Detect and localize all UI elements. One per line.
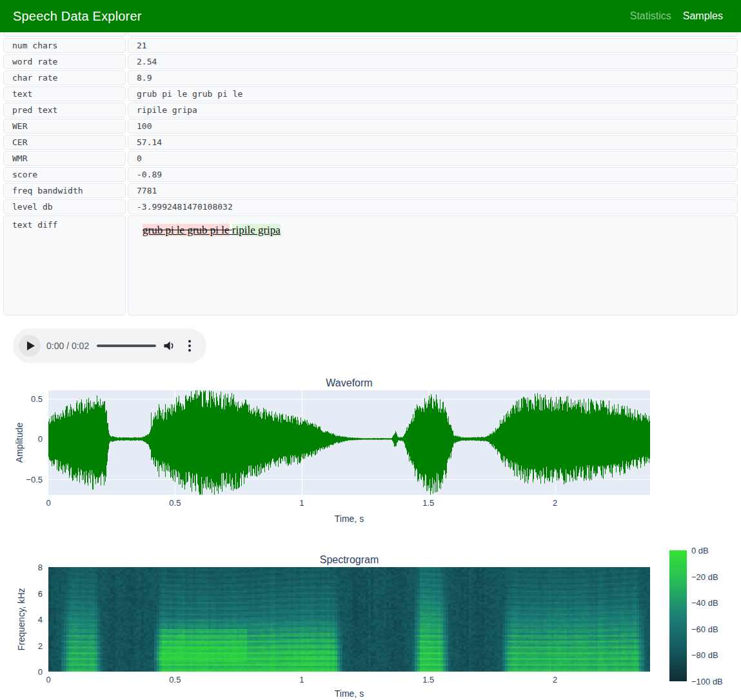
y-tick-label: 0 [0,667,43,677]
app-title: Speech Data Explorer [13,9,142,24]
spectrogram-colorbar [669,550,687,681]
waveform-title: Waveform [48,377,650,389]
y-tick-label: 6 [0,588,43,598]
metric-label-cell: text diff [3,215,126,315]
x-tick-label: 0.5 [169,498,181,508]
colorbar-tick-label: −100 dB [691,677,723,686]
play-icon [27,341,35,350]
metric-value-cell: grub pi le grub pi le ripile gripa [128,215,738,315]
x-tick-label: 2 [553,675,557,685]
table-row: level db-3.9992481470108032 [3,199,738,214]
spectrogram-title: Spectrogram [48,554,650,566]
y-tick-label: 8 [0,563,43,572]
metric-label-cell: WMR [3,151,126,166]
table-row: score-0.89 [3,167,738,182]
metric-label-cell: char rate [3,70,126,85]
colorbar-tick-label: 0 dB [691,546,709,555]
metric-value-cell [128,32,738,37]
metric-label-cell: freq bandwidth [3,183,126,198]
spectrogram-x-axis-label: Time, s [48,688,650,699]
y-tick-label: 2 [0,641,43,650]
x-tick-label: 2 [553,498,557,508]
table-row: WER100 [3,119,738,134]
colorbar-tick-label: −80 dB [691,650,718,660]
metric-label-cell: num chars [3,38,126,53]
colorbar-tick-label: −60 dB [691,624,718,634]
metric-label-cell: pred text [3,103,126,117]
y-tick-label: 0.5 [0,394,43,403]
metric-value-cell: 21 [128,38,738,53]
audio-time: 0:00 / 0:02 [46,341,89,351]
colorbar-tick-label: −40 dB [691,598,718,608]
table-row: char rate8.9 [3,70,738,85]
nav-link-samples[interactable]: Samples [683,10,723,22]
table-row: WMR0 [3,151,738,166]
metrics-table: num chars21word rate2.54char rate8.9text… [3,32,738,317]
x-tick-label: 1.5 [422,498,434,508]
metric-value-cell: 57.14 [128,135,738,150]
x-tick-label: 0 [46,675,50,685]
metric-value-cell: grub pi le grub pi le [128,86,738,101]
table-row: CER57.14 [3,135,738,150]
metric-value-cell: 8.9 [128,70,738,85]
metric-value-cell: 0 [128,151,738,166]
metric-label-cell [3,32,126,37]
diff-added-text: ripile gripa [232,224,281,236]
table-row-clipped [3,32,738,37]
waveform-x-axis-label: Time, s [48,514,650,524]
table-row: word rate2.54 [3,54,738,69]
metric-value-cell: 2.54 [128,54,738,69]
text-diff: grub pi le grub pi le ripile gripa [143,224,281,236]
metric-value-cell: 7781 [128,183,738,198]
table-row: freq bandwidth7781 [3,183,738,198]
spectrogram-figure: Spectrogram Frequency, kHz Time, s 00.51… [0,545,741,700]
diff-removed-text: grub pi le grub pi le [143,224,232,236]
waveform-plot[interactable] [48,390,650,495]
diff-removed-bg: grub pi le grub pi le [143,224,230,236]
metric-value-cell: -3.9992481470108032 [128,199,738,214]
table-body: num chars21word rate2.54char rate8.9text… [3,38,738,315]
metric-label-cell: word rate [3,54,126,69]
x-tick-label: 1.5 [422,675,434,685]
seek-bar[interactable] [97,345,156,347]
metric-value-cell: -0.89 [128,167,738,182]
spectrogram-plot[interactable] [48,567,650,672]
colorbar-tick-label: −20 dB [691,572,718,581]
metric-label-cell: text [3,86,126,101]
table-row: textgrub pi le grub pi le [3,86,738,101]
x-tick-label: 1 [299,675,304,685]
x-tick-label: 1 [299,498,304,508]
metric-value-cell: 100 [128,119,738,134]
y-tick-label: −0.5 [0,475,43,485]
x-tick-label: 0 [46,498,50,508]
waveform-figure: Waveform Amplitude Time, s 00.511.520.50… [0,374,741,529]
speech-data-explorer-app: Speech Data Explorer Statistics Samples … [0,0,741,700]
play-button[interactable] [19,335,41,357]
metric-label-cell: score [3,167,126,182]
metric-label-cell: level db [3,199,126,214]
table-row: pred textripile gripa [3,103,738,117]
audio-player: 0:00 / 0:02 [13,328,206,363]
header-nav: Statistics Samples [630,10,723,22]
y-tick-label: 0 [0,434,43,444]
metric-value-cell: ripile gripa [128,103,738,117]
x-tick-label: 0.5 [169,675,181,685]
y-tick-label: 4 [0,615,43,625]
app-header: Speech Data Explorer Statistics Samples [0,0,741,32]
metric-label-cell: CER [3,135,126,150]
table-row: num chars21 [3,38,738,53]
more-options-icon[interactable] [187,339,192,353]
table-row-text-diff: text diffgrub pi le grub pi le ripile gr… [3,215,738,315]
metric-label-cell: WER [3,119,126,134]
volume-icon[interactable] [163,339,175,352]
nav-link-statistics[interactable]: Statistics [630,10,671,22]
